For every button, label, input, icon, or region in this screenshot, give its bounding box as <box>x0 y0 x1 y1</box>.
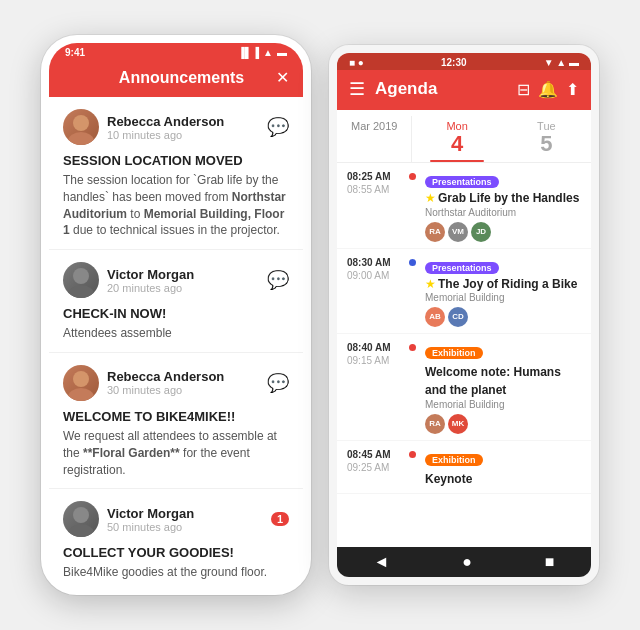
announcement-title: SESSION LOCATION MOVED <box>63 153 289 168</box>
event-location: Memorial Building <box>425 399 581 410</box>
announcement-item: Victor Morgan 50 minutes ago 1 COLLECT Y… <box>49 489 303 579</box>
android-nav-bar: ◄ ● ■ <box>337 547 591 577</box>
event-dot <box>409 344 416 351</box>
event-speakers: AB CD <box>425 307 581 327</box>
time-start: 08:25 AM <box>347 171 399 182</box>
time-start: 08:40 AM <box>347 342 399 353</box>
announcement-meta: Victor Morgan 20 minutes ago 💬 <box>63 262 289 298</box>
phones-container: 9:41 ▐▌▐ ▲ ▬ Announcements ✕ <box>21 15 619 615</box>
event-col: Presentations ★ The Joy of Riding a Bike… <box>425 257 581 327</box>
announcement-meta: Rebecca Anderson 10 minutes ago 💬 <box>63 109 289 145</box>
share-icon[interactable]: ⬆ <box>566 80 579 99</box>
dot-col <box>407 257 417 327</box>
bell-icon[interactable]: 🔔 <box>538 80 558 99</box>
signal-icon: ▐▌▐ <box>238 47 259 58</box>
close-button[interactable]: ✕ <box>276 68 289 87</box>
time-end: 08:55 AM <box>347 184 399 195</box>
back-button[interactable]: ◄ <box>373 553 389 571</box>
speaker-avatar: CD <box>448 307 468 327</box>
svg-point-2 <box>73 268 89 284</box>
android-time: 12:30 <box>441 57 467 68</box>
announcement-item: Victor Morgan 20 minutes ago 💬 CHECK-IN … <box>49 250 303 353</box>
user-time: 20 minutes ago <box>107 282 194 294</box>
announcement-title: CHECK-IN NOW! <box>63 306 289 321</box>
reply-icon[interactable]: 💬 <box>267 372 289 394</box>
reply-icon[interactable]: 💬 <box>267 116 289 138</box>
event-col: Presentations ★ Grab Life by the Handles… <box>425 171 581 241</box>
announcement-body: We request all attendees to assemble at … <box>63 428 289 478</box>
date-tab-tue[interactable]: Tue 5 <box>502 116 591 162</box>
dot-col <box>407 449 417 487</box>
event-tag-container: Presentations <box>425 171 581 191</box>
agenda-header-icons: ⊟ 🔔 ⬆ <box>517 80 579 99</box>
svg-point-3 <box>68 285 94 298</box>
announcement-user: Victor Morgan 20 minutes ago <box>63 262 194 298</box>
agenda-row[interactable]: 08:25 AM 08:55 AM Presentations ★ Grab L… <box>337 163 591 248</box>
reply-icon[interactable]: 💬 <box>267 269 289 291</box>
agenda-title: Agenda <box>375 79 507 99</box>
recents-button[interactable]: ■ <box>545 553 555 571</box>
event-location: Memorial Building <box>425 292 581 303</box>
user-time: 50 minutes ago <box>107 521 194 533</box>
dot-col <box>407 342 417 434</box>
event-title: Keynote <box>425 472 472 486</box>
announcements-body: Rebecca Anderson 10 minutes ago 💬 SESSIO… <box>49 97 303 579</box>
avatar <box>63 365 99 401</box>
battery-icon: ▬ <box>277 47 287 58</box>
android-left-icons: ■ ● <box>349 57 364 68</box>
svg-point-4 <box>73 371 89 387</box>
agenda-row[interactable]: 08:30 AM 09:00 AM Presentations ★ The Jo… <box>337 249 591 334</box>
announcement-user: Rebecca Anderson 30 minutes ago <box>63 365 224 401</box>
event-col: Exhibition Keynote <box>425 449 581 487</box>
star-icon[interactable]: ★ <box>425 191 436 205</box>
event-location: Northstar Auditorium <box>425 207 581 218</box>
star-icon[interactable]: ★ <box>425 277 436 291</box>
home-button[interactable]: ● <box>462 553 472 571</box>
avatar <box>63 262 99 298</box>
avatar <box>63 109 99 145</box>
event-title: Grab Life by the Handles <box>438 191 579 205</box>
event-tag-container: Exhibition <box>425 342 581 362</box>
announcement-body: Bike4Mike goodies at the ground floor. <box>63 564 289 579</box>
speaker-avatar: RA <box>425 414 445 434</box>
user-name: Rebecca Anderson <box>107 369 224 384</box>
left-phone: 9:41 ▐▌▐ ▲ ▬ Announcements ✕ <box>41 35 311 595</box>
date-tab-mon[interactable]: Mon 4 <box>412 116 501 162</box>
user-time: 10 minutes ago <box>107 129 224 141</box>
event-tag: Exhibition <box>425 454 483 466</box>
user-name: Rebecca Anderson <box>107 114 224 129</box>
svg-point-1 <box>68 132 94 145</box>
announcement-item: Rebecca Anderson 30 minutes ago 💬 WELCOM… <box>49 353 303 489</box>
user-name: Victor Morgan <box>107 506 194 521</box>
speaker-avatar: JD <box>471 222 491 242</box>
android-right-icons: ▼ ▲ ▬ <box>544 57 579 68</box>
status-time-left: 9:41 <box>65 47 85 58</box>
time-end: 09:25 AM <box>347 462 399 473</box>
speaker-avatar: MK <box>448 414 468 434</box>
event-dot <box>409 451 416 458</box>
speaker-avatar: AB <box>425 307 445 327</box>
speaker-avatar: VM <box>448 222 468 242</box>
agenda-row[interactable]: 08:40 AM 09:15 AM Exhibition Welcome not… <box>337 334 591 441</box>
announcement-user: Rebecca Anderson 10 minutes ago <box>63 109 224 145</box>
time-col: 08:40 AM 09:15 AM <box>347 342 399 434</box>
filter-icon[interactable]: ⊟ <box>517 80 530 99</box>
svg-point-7 <box>68 524 94 537</box>
user-info: Rebecca Anderson 30 minutes ago <box>107 369 224 396</box>
status-bar-right: ■ ● 12:30 ▼ ▲ ▬ <box>337 53 591 70</box>
agenda-row[interactable]: 08:45 AM 09:25 AM Exhibition Keynote <box>337 441 591 494</box>
event-tag-container: Exhibition <box>425 449 581 469</box>
announcement-meta: Victor Morgan 50 minutes ago 1 <box>63 501 289 537</box>
event-dot <box>409 259 416 266</box>
user-time: 30 minutes ago <box>107 384 224 396</box>
announcement-title: COLLECT YOUR GOODIES! <box>63 545 289 560</box>
time-end: 09:00 AM <box>347 270 399 281</box>
date-num-tue: 5 <box>540 132 552 156</box>
status-icons-left: ▐▌▐ ▲ ▬ <box>238 47 287 58</box>
time-col: 08:25 AM 08:55 AM <box>347 171 399 241</box>
event-tag: Presentations <box>425 262 499 274</box>
event-title: The Joy of Riding a Bike <box>438 277 577 291</box>
announcement-meta: Rebecca Anderson 30 minutes ago 💬 <box>63 365 289 401</box>
time-start: 08:45 AM <box>347 449 399 460</box>
menu-icon[interactable]: ☰ <box>349 78 365 100</box>
